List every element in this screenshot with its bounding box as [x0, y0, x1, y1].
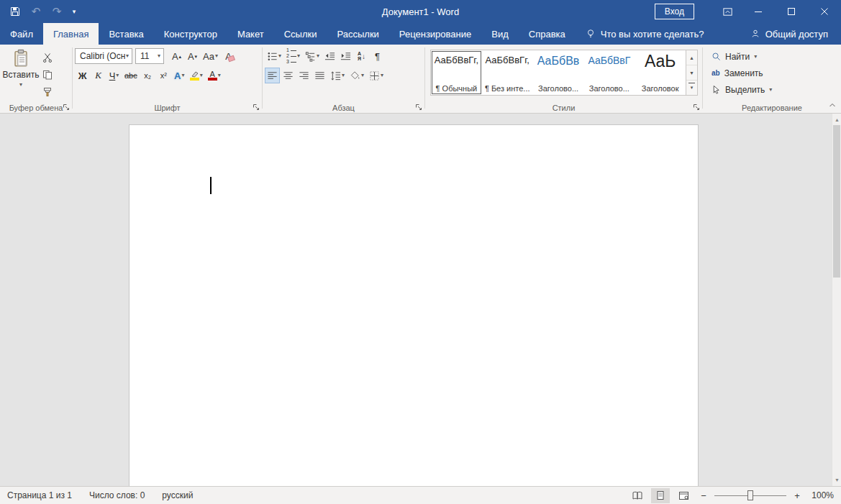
multilevel-list-button[interactable]: ▾ — [303, 48, 322, 64]
show-paragraph-marks-button[interactable]: ¶ — [370, 48, 385, 64]
strikethrough-button[interactable]: abc — [122, 68, 140, 83]
styles-dialog-launcher[interactable] — [693, 104, 700, 111]
read-mode-button[interactable] — [628, 488, 647, 503]
style-name: ¶ Без инте... — [485, 84, 530, 93]
gallery-scroll-down-button[interactable]: ▼ — [686, 65, 697, 81]
decrease-indent-button[interactable] — [322, 48, 337, 64]
gallery-scroll-up-button[interactable]: ▲ — [686, 50, 697, 65]
web-layout-button[interactable] — [674, 488, 693, 503]
align-center-button[interactable] — [281, 68, 296, 83]
justify-button[interactable] — [312, 68, 327, 83]
save-button[interactable] — [6, 1, 24, 22]
font-dialog-launcher[interactable] — [253, 104, 260, 111]
shrink-font-button[interactable]: А▾ — [185, 48, 200, 64]
page-count-status[interactable]: Страница 1 из 1 — [7, 490, 72, 500]
status-bar: Страница 1 из 1 Число слов: 0 русский − … — [0, 486, 841, 504]
zoom-thumb[interactable] — [747, 490, 753, 500]
select-button[interactable]: Выделить ▾ — [712, 81, 822, 98]
font-family-combo[interactable]: ▾ — [75, 48, 132, 64]
numbering-button[interactable]: 123 ▾ — [284, 48, 302, 64]
ribbon-display-options-button[interactable] — [713, 0, 742, 23]
tab-review[interactable]: Рецензирование — [389, 23, 481, 45]
zoom-in-button[interactable]: + — [791, 488, 804, 503]
maximize-button[interactable] — [775, 0, 808, 23]
tab-help[interactable]: Справка — [519, 23, 576, 45]
sign-in-button[interactable]: Вход — [655, 4, 694, 19]
italic-button[interactable]: К — [91, 68, 106, 83]
cut-button[interactable] — [40, 50, 55, 65]
tab-references[interactable]: Ссылки — [274, 23, 327, 45]
superscript-button[interactable]: x² — [156, 68, 171, 83]
customize-quick-access-button[interactable]: ▾ — [68, 1, 80, 22]
align-right-button[interactable] — [296, 68, 312, 83]
chevron-down-icon: ▾ — [381, 73, 383, 78]
collapse-ribbon-button[interactable] — [828, 101, 837, 111]
paragraph-group-label: Абзац — [263, 104, 424, 112]
align-left-button[interactable] — [265, 68, 280, 83]
text-effects-button[interactable]: А▾ — [172, 68, 187, 83]
tab-view[interactable]: Вид — [481, 23, 519, 45]
line-spacing-button[interactable]: ▾ — [328, 68, 347, 83]
save-icon — [9, 6, 21, 17]
share-label: Общий доступ — [765, 29, 828, 40]
borders-button[interactable]: ▾ — [367, 68, 386, 83]
bullets-button[interactable]: ▾ — [265, 48, 283, 64]
word-count-status[interactable]: Число слов: 0 — [89, 490, 145, 500]
bullets-icon — [267, 51, 278, 62]
bold-button[interactable]: Ж — [75, 68, 90, 83]
sort-button[interactable]: АЯ ↓ — [354, 48, 369, 64]
grow-font-button[interactable]: А▴ — [169, 48, 184, 64]
zoom-out-button[interactable]: − — [697, 488, 710, 503]
close-button[interactable] — [808, 0, 841, 23]
document-area[interactable] — [0, 114, 832, 486]
change-case-button[interactable]: Аа▾ — [201, 48, 220, 64]
text-cursor — [210, 177, 212, 194]
font-color-button[interactable]: А ▾ — [206, 68, 223, 83]
underline-button[interactable]: Ч▾ — [106, 68, 122, 83]
scroll-up-button[interactable]: ▲ — [832, 114, 841, 125]
style-heading-2[interactable]: АаБбВвГ Заголово... — [583, 50, 635, 95]
align-left-icon — [267, 70, 278, 81]
zoom-level[interactable]: 100% — [808, 490, 834, 500]
increase-indent-button[interactable] — [338, 48, 353, 64]
clear-formatting-button[interactable]: А — [221, 48, 236, 64]
style-title[interactable]: АаЬ Заголовок — [635, 50, 686, 95]
style-no-spacing[interactable]: АаБбВвГг, ¶ Без инте... — [482, 50, 533, 95]
gallery-more-button[interactable]: ▾ — [686, 81, 697, 95]
print-layout-button[interactable] — [651, 488, 670, 503]
document-page[interactable] — [129, 124, 699, 486]
format-painter-button[interactable] — [40, 84, 55, 100]
share-button[interactable]: Общий доступ — [737, 23, 841, 45]
tab-layout[interactable]: Макет — [227, 23, 274, 45]
replace-button[interactable]: ab Заменить — [712, 65, 822, 81]
scroll-down-button[interactable]: ▼ — [832, 475, 841, 485]
redo-button[interactable]: ↷ — [47, 1, 66, 22]
font-size-input[interactable] — [140, 51, 158, 61]
clipboard-dialog-launcher[interactable] — [63, 104, 70, 111]
copy-button[interactable] — [40, 67, 55, 83]
minimize-button[interactable] — [742, 0, 775, 23]
scrollbar-thumb[interactable] — [833, 125, 840, 278]
undo-button[interactable]: ↶ — [27, 1, 45, 22]
font-family-input[interactable] — [80, 51, 126, 61]
language-status[interactable]: русский — [162, 490, 193, 500]
shading-button[interactable]: ▾ — [347, 68, 366, 83]
tell-me-box[interactable]: Что вы хотите сделать? — [576, 23, 714, 45]
tab-insert[interactable]: Вставка — [99, 23, 153, 45]
tab-home[interactable]: Главная — [43, 23, 99, 45]
tab-design[interactable]: Конструктор — [154, 23, 227, 45]
style-normal[interactable]: АаБбВвГг, ¶ Обычный — [431, 50, 482, 95]
style-preview: АаБбВв — [537, 55, 580, 68]
paragraph-dialog-launcher[interactable] — [415, 104, 422, 111]
paragraph-group: ▾ 123 ▾ ▾ АЯ ↓ — [263, 45, 424, 113]
subscript-button[interactable]: x₂ — [140, 68, 155, 83]
find-button[interactable]: Найти ▾ — [712, 48, 822, 65]
style-heading-1[interactable]: АаБбВв Заголово... — [533, 50, 584, 95]
highlight-button[interactable]: ▾ — [188, 68, 205, 83]
tab-file[interactable]: Файл — [0, 23, 43, 45]
paste-button[interactable]: Вставить ▾ — [2, 47, 40, 101]
vertical-scrollbar[interactable]: ▲ ▼ — [832, 114, 841, 486]
tab-mailings[interactable]: Рассылки — [327, 23, 388, 45]
zoom-slider[interactable] — [714, 490, 786, 501]
font-size-combo[interactable]: ▾ — [135, 48, 164, 64]
